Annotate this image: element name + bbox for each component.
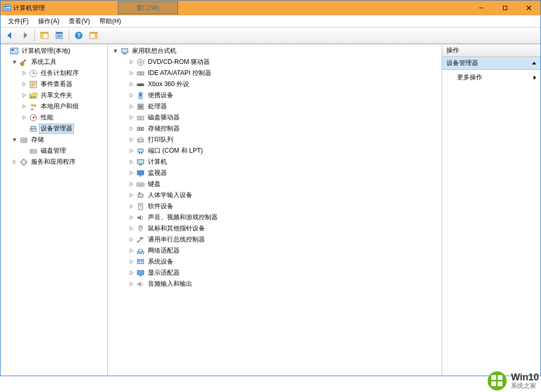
dm-display-label: 显示适配器 <box>147 268 181 277</box>
caret-right-icon[interactable] <box>128 104 134 110</box>
caret-right-icon[interactable] <box>128 137 134 143</box>
network-icon <box>136 247 145 255</box>
forward-button[interactable] <box>18 29 32 42</box>
dm-usb[interactable]: 通用串行总线控制器 <box>117 234 442 245</box>
caret-right-icon[interactable] <box>128 226 134 232</box>
caret-right-icon[interactable] <box>21 81 27 88</box>
event-viewer-icon <box>29 80 38 89</box>
menu-file[interactable]: 文件(F) <box>4 16 33 27</box>
tree-local-users[interactable]: 本地用户和组 <box>20 101 107 112</box>
dm-software_devices[interactable]: 软件设备 <box>117 201 442 212</box>
svg-point-53 <box>140 61 142 63</box>
svg-point-32 <box>33 96 35 98</box>
tree-event-viewer[interactable]: 事件查看器 <box>20 79 107 90</box>
caret-right-icon[interactable] <box>128 126 134 132</box>
caret-right-icon[interactable] <box>128 92 134 99</box>
caret-right-icon[interactable] <box>21 115 27 121</box>
dm-audio_io[interactable]: 音频输入和输出 <box>117 278 442 290</box>
menu-help[interactable]: 帮助(H) <box>95 16 125 27</box>
caret-right-icon[interactable] <box>21 92 27 99</box>
caret-right-icon[interactable] <box>128 170 134 176</box>
dm-sound[interactable]: 声音、视频和游戏控制器 <box>117 212 442 223</box>
caret-right-icon[interactable] <box>128 214 134 221</box>
computer-icon <box>136 158 145 166</box>
caret-right-icon[interactable] <box>128 259 134 265</box>
tree-root-label: 计算机管理(本地) <box>21 46 71 55</box>
dm-ports[interactable]: 端口 (COM 和 LPT) <box>117 145 442 156</box>
tree-task-scheduler[interactable]: 任务计划程序 <box>20 68 107 79</box>
window: 计算机管理 窗口(W) 文件(F) 操作(A) 查看(V) 帮助(H) <box>0 0 541 376</box>
menubar: 文件(F) 操作(A) 查看(V) 帮助(H) <box>1 15 540 27</box>
dm-portable[interactable]: 便携设备 <box>117 90 442 101</box>
dm-root[interactable]: 家用联想台式机 <box>108 45 442 57</box>
tree-system-tools[interactable]: 系统工具 <box>10 57 107 68</box>
properties-button[interactable] <box>52 29 66 42</box>
dm-processors[interactable]: 处理器 <box>117 101 442 112</box>
close-button[interactable] <box>517 1 540 15</box>
dm-keyboards-label: 键盘 <box>147 180 162 189</box>
caret-down-icon[interactable] <box>112 48 118 54</box>
caret-right-icon[interactable] <box>128 192 134 199</box>
caret-right-icon[interactable] <box>128 159 134 165</box>
caret-right-icon[interactable] <box>128 70 134 77</box>
dm-xbox[interactable]: Xbox 360 外设 <box>117 79 442 90</box>
tree-performance[interactable]: 性能 <box>20 112 107 123</box>
local-users-icon <box>29 102 38 111</box>
svg-rect-0 <box>3 5 11 11</box>
show-hide-action-pane-button[interactable] <box>87 29 100 42</box>
caret-down-icon[interactable] <box>11 59 17 66</box>
menu-action[interactable]: 操作(A) <box>34 16 63 27</box>
svg-point-33 <box>31 104 34 106</box>
actions-more[interactable]: 更多操作 <box>442 70 540 85</box>
caret-right-icon[interactable] <box>128 281 134 287</box>
tree-services-apps[interactable]: 服务和应用程序 <box>10 156 107 167</box>
tree-root-computer-management[interactable]: 计算机管理(本地) <box>1 45 107 57</box>
dm-dvd[interactable]: DVD/CD-ROM 驱动器 <box>117 57 442 68</box>
svg-rect-68 <box>138 149 143 152</box>
caret-right-icon[interactable] <box>128 237 134 243</box>
caret-right-icon[interactable] <box>128 148 134 154</box>
menu-view[interactable]: 查看(V) <box>64 16 94 27</box>
caret-right-icon[interactable] <box>21 70 27 77</box>
usb-icon <box>136 236 145 244</box>
dm-print_queues[interactable]: 打印队列 <box>117 134 442 145</box>
caret-right-icon[interactable] <box>11 159 17 165</box>
caret-right-icon[interactable] <box>128 203 134 210</box>
disk_drives-icon <box>136 114 145 122</box>
caret-right-icon[interactable] <box>128 181 134 188</box>
dm-system_devices[interactable]: 系统设备 <box>117 256 442 267</box>
dm-display[interactable]: 显示适配器 <box>117 267 442 278</box>
dm-network[interactable]: 网络适配器 <box>117 245 442 256</box>
dm-monitors[interactable]: 监视器 <box>117 167 442 179</box>
tree-shared-folders[interactable]: 共享文件夹 <box>20 90 107 101</box>
svg-rect-75 <box>137 183 144 186</box>
software_devices-icon <box>136 202 145 211</box>
dm-mice[interactable]: 鼠标和其他指针设备 <box>117 223 442 234</box>
help-button[interactable]: ? <box>72 29 86 42</box>
svg-rect-90 <box>141 251 144 254</box>
show-hide-tree-button[interactable] <box>38 29 51 42</box>
tree-disk-management[interactable]: 磁盘管理 <box>20 145 107 156</box>
caret-right-icon[interactable] <box>21 104 27 110</box>
caret-right-icon[interactable] <box>128 59 134 66</box>
tree-device-manager[interactable]: 设备管理器 <box>20 123 107 134</box>
dm-computer[interactable]: 计算机 <box>117 156 442 167</box>
dm-storage_controllers[interactable]: 存储控制器 <box>117 123 442 134</box>
actions-section-device-manager[interactable]: 设备管理器 <box>442 57 540 70</box>
caret-right-icon[interactable] <box>128 270 134 276</box>
tree-storage[interactable]: 存储 <box>10 134 107 145</box>
svg-rect-94 <box>137 259 144 264</box>
caret-right-icon[interactable] <box>128 248 134 254</box>
caret-down-icon[interactable] <box>11 137 17 143</box>
dm-monitors-label: 监视器 <box>147 169 168 178</box>
caret-right-icon[interactable] <box>128 115 134 121</box>
minimize-button[interactable] <box>469 1 493 15</box>
dm-print_queues-label: 打印队列 <box>147 135 174 144</box>
dm-ide[interactable]: IDE ATA/ATAPI 控制器 <box>117 68 442 79</box>
maximize-button[interactable] <box>493 1 517 15</box>
caret-right-icon[interactable] <box>128 81 134 88</box>
back-button[interactable] <box>3 29 17 42</box>
dm-disk_drives[interactable]: 磁盘驱动器 <box>117 112 442 123</box>
dm-keyboards[interactable]: 键盘 <box>117 179 442 190</box>
dm-hid[interactable]: 人体学输入设备 <box>117 190 442 201</box>
